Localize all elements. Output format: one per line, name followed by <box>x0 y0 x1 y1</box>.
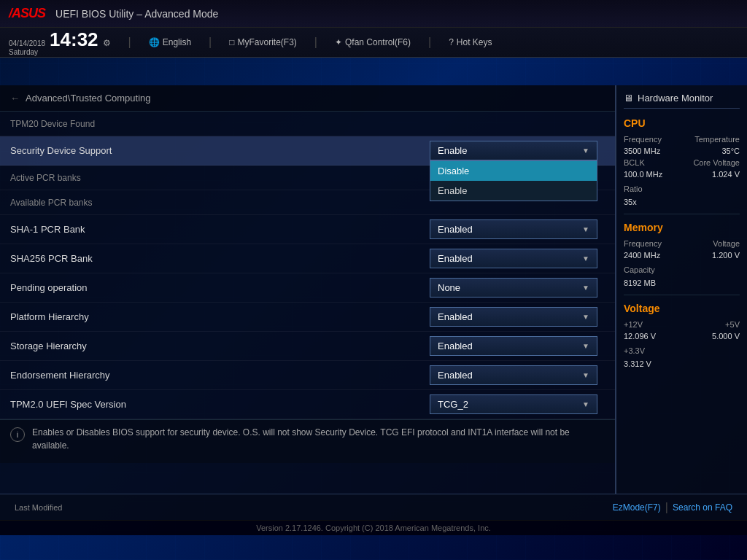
sha1-row[interactable]: SHA-1 PCR Bank Enabled ▼ <box>0 215 615 244</box>
back-arrow[interactable]: ← <box>10 93 20 104</box>
pending-op-row[interactable]: Pending operation None ▼ <box>0 273 615 303</box>
voltage-33v-value-row: 3.312 V <box>624 357 740 370</box>
tpm-uefi-spec-value[interactable]: TCG_2 ▼ <box>430 394 605 414</box>
memory-freq-row: Frequency Voltage <box>624 239 740 248</box>
security-dropdown-menu[interactable]: Disable Enable <box>430 160 597 201</box>
security-device-dropdown[interactable]: Enable ▼ <box>430 141 597 160</box>
cpu-bclk-value: 100.0 MHz <box>624 170 662 179</box>
time-display: 14:32 <box>50 28 98 51</box>
monitor-icon: 🖥 <box>624 93 633 104</box>
sha256-dropdown[interactable]: Enabled ▼ <box>430 249 597 268</box>
sha1-dropdown-arrow: ▼ <box>582 225 589 233</box>
storage-hierarchy-value[interactable]: Enabled ▼ <box>430 336 605 356</box>
sha256-row[interactable]: SHA256 PCR Bank Enabled ▼ <box>0 244 615 273</box>
memory-frequency-label: Frequency <box>624 239 662 248</box>
hotkeys-icon: ? <box>449 37 454 47</box>
main-content: ← Advanced\Trusted Computing TPM20 Devic… <box>0 85 747 494</box>
endorsement-hierarchy-row[interactable]: Endorsement Hierarchy Enabled ▼ <box>0 361 615 390</box>
security-device-label: Security Device Support <box>10 145 430 156</box>
language-selector[interactable]: 🌐 English <box>149 37 191 47</box>
pending-op-value[interactable]: None ▼ <box>430 278 605 298</box>
memory-capacity-value-row: 8192 MB <box>624 276 740 289</box>
bios-title: UEFI BIOS Utility – Advanced Mode <box>55 8 218 20</box>
settings-icon[interactable]: ⚙ <box>103 38 111 48</box>
hotkeys-button[interactable]: ? Hot Keys <box>449 37 492 47</box>
myfavorite-button[interactable]: □ MyFavorite(F3) <box>229 37 297 47</box>
date-display: 04/14/2018 Saturday <box>9 39 45 57</box>
tpm-uefi-spec-row[interactable]: TPM2.0 UEFI Spec Version TCG_2 ▼ <box>0 390 615 419</box>
option-enable[interactable]: Enable <box>430 181 597 201</box>
globe-icon: 🌐 <box>149 37 160 47</box>
voltage-12v-value: 12.096 V <box>624 332 656 341</box>
security-device-row[interactable]: Security Device Support Enable ▼ Disable… <box>0 136 615 166</box>
pending-op-label: Pending operation <box>10 282 430 293</box>
option-disable[interactable]: Disable <box>430 161 597 181</box>
hardware-monitor-panel: 🖥 Hardware Monitor CPU Frequency Tempera… <box>616 85 747 494</box>
dropdown-arrow-icon: ▼ <box>582 147 589 155</box>
endorsement-hierarchy-dropdown[interactable]: Enabled ▼ <box>430 365 597 385</box>
version-text: Version 2.17.1246. Copyright (C) 2018 Am… <box>256 524 491 532</box>
search-faq-button[interactable]: Search on FAQ <box>673 502 732 513</box>
tpm-uefi-spec-dropdown[interactable]: TCG_2 ▼ <box>430 394 597 414</box>
storage-hierarchy-label: Storage Hierarchy <box>10 341 430 351</box>
pending-op-dropdown[interactable]: None ▼ <box>430 278 597 298</box>
storage-hierarchy-row[interactable]: Storage Hierarchy Enabled ▼ <box>0 332 615 361</box>
header: /ASUS UEFI BIOS Utility – Advanced Mode … <box>0 0 747 58</box>
hw-monitor-title: 🖥 Hardware Monitor <box>624 93 740 109</box>
voltage-12v-row: +12V +5V <box>624 320 740 329</box>
cpu-ratio-value-row: 35x <box>624 195 740 208</box>
settings-list: TPM20 Device Found Security Device Suppo… <box>0 112 615 419</box>
endorsement-hierarchy-label: Endorsement Hierarchy <box>10 370 430 381</box>
voltage-33v-row: +3.3V <box>624 343 740 357</box>
info-text: Enables or Disables BIOS support for sec… <box>32 426 605 452</box>
sha256-dropdown-arrow: ▼ <box>582 254 589 262</box>
tpm-found-label: TPM20 Device Found <box>10 119 605 129</box>
voltage-5v-value: 5.000 V <box>712 332 740 341</box>
security-dropdown-container[interactable]: Enable ▼ Disable Enable <box>430 141 597 160</box>
platform-hierarchy-arrow: ▼ <box>582 313 589 321</box>
ez-mode-button[interactable]: EzMode(F7) <box>613 502 661 513</box>
endorsement-hierarchy-arrow: ▼ <box>582 371 589 379</box>
cpu-core-voltage-value: 1.024 V <box>712 170 740 179</box>
title-bar: /ASUS UEFI BIOS Utility – Advanced Mode <box>0 0 747 28</box>
platform-hierarchy-value[interactable]: Enabled ▼ <box>430 307 605 327</box>
security-device-value[interactable]: Enable ▼ Disable Enable <box>430 141 605 160</box>
info-icon: i <box>10 427 25 442</box>
endorsement-hierarchy-value[interactable]: Enabled ▼ <box>430 365 605 385</box>
breadcrumb: ← Advanced\Trusted Computing <box>0 85 615 112</box>
tpm-found-row: TPM20 Device Found <box>0 112 615 136</box>
memory-section-title: Memory <box>624 222 740 233</box>
platform-hierarchy-row[interactable]: Platform Hierarchy Enabled ▼ <box>0 303 615 332</box>
memory-voltage-value: 1.200 V <box>712 251 740 260</box>
storage-hierarchy-dropdown[interactable]: Enabled ▼ <box>430 336 597 356</box>
last-modified-label: Last Modified <box>15 503 62 512</box>
cpu-frequency-label: Frequency <box>624 135 662 144</box>
memory-capacity-label: Capacity <box>624 265 655 274</box>
cpu-temperature-value: 35°C <box>721 147 740 155</box>
cpu-temperature-label: Temperature <box>694 135 740 144</box>
cpu-frequency-row: Frequency Temperature <box>624 135 740 144</box>
info-bar: i Enables or Disables BIOS support for s… <box>0 419 615 463</box>
cpu-bclk-row: BCLK Core Voltage <box>624 158 740 167</box>
platform-hierarchy-dropdown[interactable]: Enabled ▼ <box>430 307 597 327</box>
version-bar: Version 2.17.1246. Copyright (C) 2018 Am… <box>0 520 747 535</box>
storage-hierarchy-arrow: ▼ <box>582 342 589 350</box>
voltage-12v-values: 12.096 V 5.000 V <box>624 332 740 341</box>
cpu-frequency-values: 3500 MHz 35°C <box>624 147 740 155</box>
voltage-33v-value: 3.312 V <box>624 359 651 368</box>
cpu-divider <box>624 214 740 214</box>
voltage-section-title: Voltage <box>624 303 740 314</box>
sha1-dropdown[interactable]: Enabled ▼ <box>430 219 597 239</box>
cpu-ratio-row: Ratio <box>624 182 740 195</box>
qfan-button[interactable]: ✦ Qfan Control(F6) <box>335 37 411 47</box>
available-pcr-label: Available PCR banks <box>10 198 430 208</box>
cpu-bclk-label: BCLK <box>624 158 645 167</box>
active-pcr-label: Active PCR banks <box>10 173 430 183</box>
myfavorite-icon: □ <box>229 37 234 47</box>
sha256-value[interactable]: Enabled ▼ <box>430 249 605 268</box>
cpu-ratio-value: 35x <box>624 198 637 206</box>
sha1-label: SHA-1 PCR Bank <box>10 224 430 235</box>
memory-divider <box>624 295 740 295</box>
pending-op-dropdown-arrow: ▼ <box>582 284 589 292</box>
sha1-value[interactable]: Enabled ▼ <box>430 219 605 239</box>
